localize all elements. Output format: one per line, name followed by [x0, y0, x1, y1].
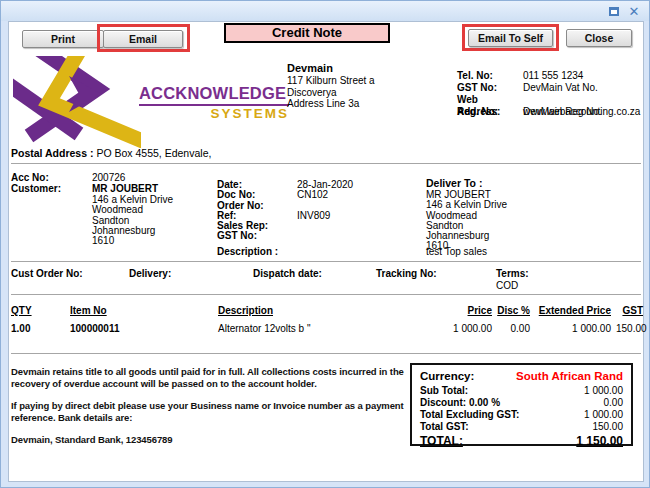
terms-paragraph: Devmain retains title to all goods until…: [11, 366, 409, 389]
customer-address: 146 a Kelvin Drive Woodmead Sandton Joha…: [92, 195, 173, 246]
brand-line1: ACCKNOWLEDGE: [139, 84, 289, 106]
company-address: 117 Kilburn Street a Discoverya Address …: [287, 75, 375, 110]
company-name: Devmain: [287, 62, 333, 74]
maximize-icon[interactable]: [607, 5, 621, 18]
customer-name: MR JOUBERT: [92, 183, 158, 194]
delivery-label: Delivery:: [129, 268, 171, 279]
dispatch-date-label: Dispatch date:: [253, 268, 322, 279]
total-gst-value: 150.00: [592, 421, 623, 433]
col-header-gst: GST: [616, 305, 643, 316]
postal-value: PO Box 4555, Edenvale,: [96, 147, 211, 159]
divider: [11, 294, 641, 295]
company-address-line: Address Line 3a: [287, 98, 375, 110]
contact-row: Tel. No:011 555 1234: [457, 70, 640, 82]
item-gst: 150.00: [616, 323, 643, 334]
grand-total-row: TOTAL: 1 150.00: [420, 434, 623, 450]
field-label: GST No:: [217, 231, 297, 241]
doc-fields: Date:28-Jan-2020 Doc No:CN102 Order No: …: [217, 180, 353, 242]
contact-label: GST No:: [457, 82, 523, 94]
item-price: 1 000.00: [429, 323, 492, 334]
brand-logo-icon: [13, 56, 141, 148]
contact-row: Web Address:www.webaccounting.co.za: [457, 94, 640, 106]
col-header-price: Price: [429, 305, 492, 316]
terms-paragraph: If paying by direct debit please use you…: [11, 400, 409, 423]
subtotal-row: Sub Total: 1 000.00: [420, 385, 623, 397]
terms-value: COD: [496, 280, 518, 291]
currency-label: Currency:: [420, 370, 474, 385]
tracking-no-label: Tracking No:: [376, 268, 437, 279]
grand-total-value: 1 150.00: [576, 434, 623, 450]
print-button[interactable]: Print: [22, 30, 104, 48]
email-button[interactable]: Email: [103, 30, 183, 48]
col-header-qty: QTY: [11, 305, 32, 316]
deliver-to-block: Deliver To : MR JOUBERT 146 a Kelvin Dri…: [426, 178, 507, 252]
brand-line2: SYSTEMS: [139, 106, 289, 121]
currency-value: South African Rand: [516, 370, 623, 385]
maximize-glyph: [609, 7, 619, 16]
col-header-disc: Disc %: [497, 305, 530, 316]
item-description: Alternator 12volts b ": [218, 323, 311, 334]
item-qty: 1.00: [11, 323, 30, 334]
company-contact-block: Tel. No:011 555 1234 GST No:DevMain Vat …: [457, 70, 640, 118]
divider: [11, 261, 641, 262]
divider: [11, 163, 641, 164]
item-no: 100000011: [70, 323, 120, 334]
total-gst-label: Total GST:: [420, 421, 469, 433]
contact-row: GST No:DevMain Vat No.: [457, 82, 640, 94]
contact-label: Tel. No:: [457, 70, 523, 82]
customer-address-line: 1610: [92, 236, 173, 246]
discount-row: Discount: 0.00 % 0.00: [420, 397, 623, 409]
account-block: Acc No:200726 Customer:MR JOUBERT: [11, 173, 158, 195]
brand-wordmark: ACCKNOWLEDGE SYSTEMS: [139, 84, 289, 121]
col-header-item-no: Item No: [70, 305, 107, 316]
contact-value: DevMain Vat No.: [523, 82, 598, 93]
description-label: Description :: [217, 246, 278, 257]
item-extended-price: 1 000.00: [534, 323, 611, 334]
company-address-line: 117 Kilburn Street a: [287, 75, 375, 87]
postal-label: Postal Address :: [11, 147, 93, 159]
postal-address: Postal Address : PO Box 4555, Edenvale,: [11, 147, 211, 159]
company-address-line: Discoverya: [287, 87, 375, 99]
col-header-extended-price: Extended Price: [534, 305, 611, 316]
deliver-to-line: 1610: [426, 241, 507, 251]
field-value: INV809: [297, 210, 330, 221]
window-titlebar: ✕: [1, 1, 649, 21]
col-header-description: Description: [218, 305, 273, 316]
credit-note-window: ✕ Print Email Credit Note Email To Self …: [0, 0, 650, 488]
contact-value: 011 555 1234: [523, 70, 583, 81]
email-to-self-button[interactable]: Email To Self: [468, 29, 553, 47]
acc-no-value: 200726: [92, 172, 125, 183]
terms-label: Terms:: [496, 268, 529, 279]
contact-value: DevMain Reg No.: [523, 106, 602, 117]
cust-order-no-label: Cust Order No:: [11, 268, 83, 279]
total-excl-gst-row: Total Excluding GST: 1 000.00: [420, 409, 623, 421]
total-excl-gst-label: Total Excluding GST:: [420, 409, 519, 421]
divider: [11, 353, 641, 354]
contact-label: Reg. No:: [457, 106, 523, 118]
subtotal-label: Sub Total:: [420, 385, 468, 397]
subtotal-value: 1 000.00: [584, 385, 623, 397]
document-area: Print Email Credit Note Email To Self Cl…: [8, 21, 644, 482]
window-close-icon[interactable]: ✕: [627, 5, 641, 18]
discount-value: 0.00: [604, 397, 623, 409]
total-excl-gst-value: 1 000.00: [584, 409, 623, 421]
discount-label: Discount: 0.00 %: [420, 397, 500, 409]
grand-total-label: TOTAL:: [420, 434, 463, 450]
totals-box: Currency: South African Rand Sub Total: …: [410, 363, 633, 446]
close-button[interactable]: Close: [566, 29, 632, 47]
total-gst-row: Total GST: 150.00: [420, 421, 623, 433]
page-title: Credit Note: [224, 23, 390, 43]
currency-row: Currency: South African Rand: [420, 370, 623, 385]
acc-no-label: Acc No:: [11, 173, 92, 183]
terms-and-conditions: Devmain retains title to all goods until…: [11, 366, 409, 457]
item-disc: 0.00: [497, 323, 530, 334]
field-value: CN102: [297, 189, 328, 200]
customer-label: Customer:: [11, 184, 92, 194]
bank-details: Devmain, Standard Bank, 123456789: [11, 434, 409, 446]
